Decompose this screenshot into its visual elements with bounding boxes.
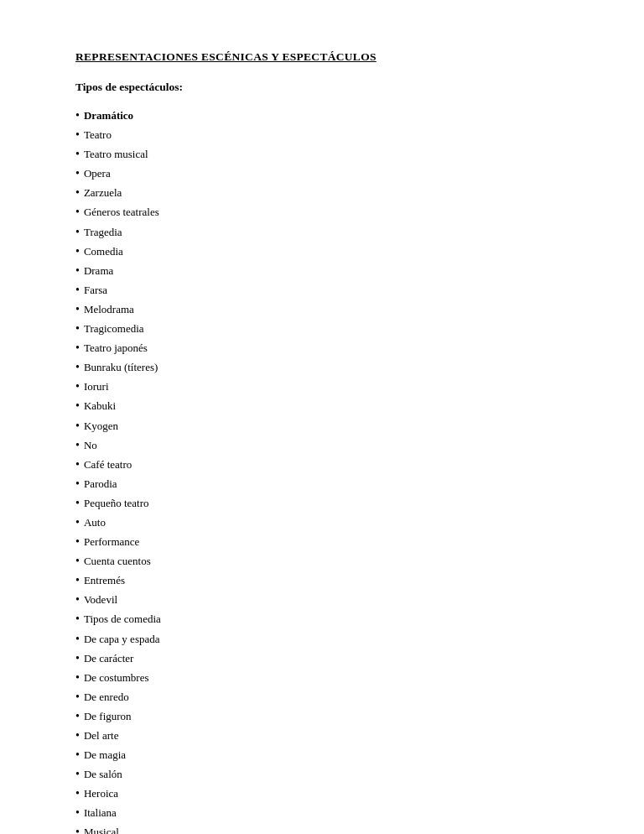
- list-item: •Dramático: [75, 106, 577, 125]
- bullet-icon: •: [75, 357, 80, 377]
- list-item: •Zarzuela: [75, 183, 577, 202]
- list-item: •Géneros teatrales: [75, 202, 577, 222]
- list-item: •Teatro japonés: [75, 338, 577, 357]
- item-text: Tragedia: [84, 223, 122, 241]
- bullet-icon: •: [75, 706, 80, 726]
- list-item: •De salón: [75, 764, 577, 784]
- list-item: •Italiana: [75, 803, 577, 822]
- bullet-icon: •: [75, 164, 80, 183]
- item-text: Parodia: [84, 475, 117, 493]
- item-text: De magia: [84, 746, 126, 764]
- item-text: Heroica: [84, 784, 118, 802]
- list-item: •Café teatro: [75, 455, 577, 474]
- item-text: Comedia: [84, 242, 123, 260]
- item-text: Kyogen: [84, 417, 118, 435]
- list-item: •No: [75, 435, 577, 455]
- list-item: •Performance: [75, 532, 577, 551]
- item-text: Dramático: [84, 107, 133, 124]
- list-item: •De capa y espada: [75, 629, 577, 649]
- items-list: •Dramático•Teatro•Teatro musical•Opera•Z…: [75, 106, 577, 834]
- list-item: •Tragedia: [75, 222, 577, 242]
- item-text: De salón: [84, 765, 122, 783]
- list-item: •Vodevil: [75, 590, 577, 609]
- list-item: •Cuenta cuentos: [75, 551, 577, 571]
- bullet-icon: •: [75, 609, 80, 628]
- item-text: Italiana: [84, 804, 117, 821]
- item-text: De costumbres: [84, 669, 149, 686]
- bullet-icon: •: [75, 513, 80, 532]
- bullet-icon: •: [75, 125, 80, 144]
- item-text: De figuron: [84, 707, 132, 725]
- bullet-icon: •: [75, 726, 80, 745]
- item-text: Géneros teatrales: [84, 203, 159, 221]
- page-title: REPRESENTACIONES ESCÉNICAS Y ESPECTÁCULO…: [75, 50, 577, 64]
- item-text: Teatro japonés: [84, 339, 148, 357]
- list-item: •Heroica: [75, 784, 577, 803]
- item-text: Cuenta cuentos: [84, 552, 151, 570]
- bullet-icon: •: [75, 455, 80, 474]
- list-item: •Parodia: [75, 474, 577, 493]
- bullet-icon: •: [75, 745, 80, 764]
- bullet-icon: •: [75, 242, 80, 261]
- bullet-icon: •: [75, 106, 80, 125]
- list-item: •De costumbres: [75, 668, 577, 687]
- item-text: Opera: [84, 164, 111, 182]
- item-text: Kabuki: [84, 397, 116, 414]
- item-text: Musical: [84, 823, 119, 834]
- bullet-icon: •: [75, 649, 80, 668]
- item-text: Auto: [84, 513, 106, 531]
- bullet-icon: •: [75, 377, 80, 396]
- list-item: •Melodrama: [75, 300, 577, 319]
- bullet-icon: •: [75, 144, 80, 164]
- list-item: •Drama: [75, 261, 577, 280]
- item-text: De carácter: [84, 649, 134, 667]
- bullet-icon: •: [75, 183, 80, 202]
- bullet-icon: •: [75, 571, 80, 590]
- list-item: •Opera: [75, 164, 577, 183]
- list-item: •Ioruri: [75, 377, 577, 396]
- list-item: •Pequeño teatro: [75, 493, 577, 513]
- bullet-icon: •: [75, 532, 80, 551]
- item-text: Vodevil: [84, 591, 117, 608]
- item-text: Café teatro: [84, 456, 132, 473]
- bullet-icon: •: [75, 629, 80, 649]
- list-item: •De carácter: [75, 649, 577, 668]
- bullet-icon: •: [75, 764, 80, 784]
- bullet-icon: •: [75, 300, 80, 319]
- bullet-icon: •: [75, 222, 80, 242]
- item-text: Tipos de comedia: [84, 610, 161, 628]
- list-item: •Del arte: [75, 726, 577, 745]
- item-text: De capa y espada: [84, 630, 160, 648]
- bullet-icon: •: [75, 474, 80, 493]
- section-heading: Tipos de espectáculos:: [75, 81, 577, 94]
- bullet-icon: •: [75, 416, 80, 435]
- list-item: •Teatro: [75, 125, 577, 144]
- bullet-icon: •: [75, 319, 80, 338]
- bullet-icon: •: [75, 261, 80, 280]
- item-text: Entremés: [84, 571, 125, 589]
- bullet-icon: •: [75, 396, 80, 415]
- item-text: Drama: [84, 262, 113, 279]
- bullet-icon: •: [75, 590, 80, 609]
- bullet-icon: •: [75, 280, 80, 300]
- item-text: Tragicomedia: [84, 320, 144, 337]
- bullet-icon: •: [75, 551, 80, 571]
- bullet-icon: •: [75, 202, 80, 222]
- list-item: •Entremés: [75, 571, 577, 590]
- bullet-icon: •: [75, 493, 80, 513]
- list-item: •Teatro musical: [75, 144, 577, 164]
- bullet-icon: •: [75, 822, 80, 834]
- bullet-icon: •: [75, 435, 80, 455]
- item-text: Melodrama: [84, 300, 134, 318]
- item-text: Zarzuela: [84, 184, 122, 201]
- list-item: •Comedia: [75, 242, 577, 261]
- item-text: Teatro musical: [84, 145, 148, 163]
- list-item: •De magia: [75, 745, 577, 764]
- bullet-icon: •: [75, 803, 80, 822]
- list-item: •De figuron: [75, 706, 577, 726]
- item-text: Pequeño teatro: [84, 494, 149, 512]
- item-text: No: [84, 436, 97, 454]
- list-item: •Musical: [75, 822, 577, 834]
- bullet-icon: •: [75, 668, 80, 687]
- item-text: Teatro: [84, 126, 112, 143]
